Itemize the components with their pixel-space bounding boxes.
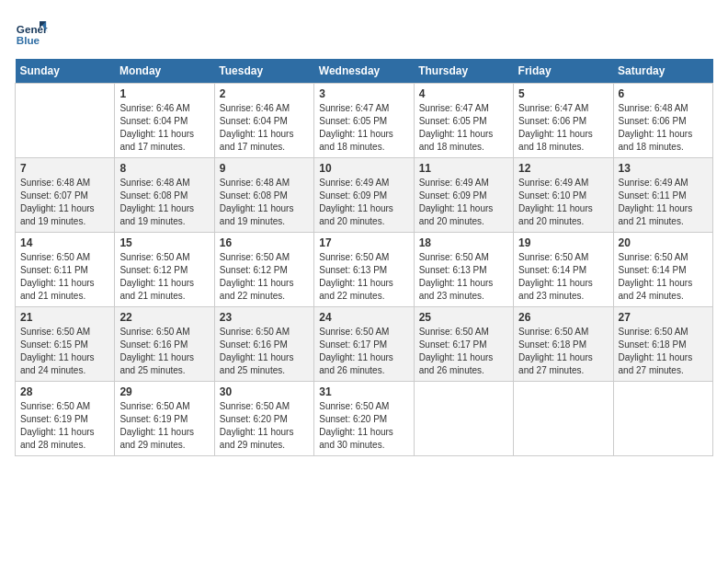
- day-number: 19: [518, 236, 608, 249]
- day-number: 21: [20, 311, 109, 324]
- calendar-cell: 25Sunrise: 6:50 AM Sunset: 6:17 PM Dayli…: [414, 307, 513, 382]
- page-header: General Blue: [15, 15, 713, 48]
- day-number: 25: [419, 311, 508, 324]
- calendar-cell: 2Sunrise: 6:46 AM Sunset: 6:04 PM Daylig…: [214, 84, 313, 158]
- calendar-cell: 18Sunrise: 6:50 AM Sunset: 6:13 PM Dayli…: [414, 233, 513, 307]
- day-number: 1: [119, 87, 209, 100]
- day-number: 17: [319, 236, 408, 249]
- calendar-cell: 8Sunrise: 6:48 AM Sunset: 6:08 PM Daylig…: [115, 158, 214, 233]
- day-info: Sunrise: 6:47 AM Sunset: 6:05 PM Dayligh…: [319, 102, 408, 154]
- calendar-cell: 19Sunrise: 6:50 AM Sunset: 6:14 PM Dayli…: [514, 233, 613, 307]
- calendar-cell: 17Sunrise: 6:50 AM Sunset: 6:13 PM Dayli…: [314, 233, 414, 307]
- calendar-cell: 23Sunrise: 6:50 AM Sunset: 6:16 PM Dayli…: [214, 307, 313, 382]
- day-info: Sunrise: 6:49 AM Sunset: 6:10 PM Dayligh…: [518, 177, 608, 228]
- day-info: Sunrise: 6:49 AM Sunset: 6:09 PM Dayligh…: [419, 177, 508, 228]
- day-number: 18: [419, 236, 508, 249]
- day-info: Sunrise: 6:48 AM Sunset: 6:07 PM Dayligh…: [20, 177, 109, 228]
- calendar-cell: [613, 382, 712, 456]
- day-info: Sunrise: 6:50 AM Sunset: 6:20 PM Dayligh…: [319, 400, 408, 452]
- day-info: Sunrise: 6:50 AM Sunset: 6:16 PM Dayligh…: [220, 326, 309, 377]
- weekday-header-saturday: Saturday: [613, 59, 712, 84]
- day-info: Sunrise: 6:50 AM Sunset: 6:16 PM Dayligh…: [119, 326, 209, 377]
- calendar-cell: 5Sunrise: 6:47 AM Sunset: 6:06 PM Daylig…: [514, 84, 613, 158]
- day-number: 12: [518, 162, 608, 175]
- calendar-cell: 1Sunrise: 6:46 AM Sunset: 6:04 PM Daylig…: [115, 84, 214, 158]
- calendar-cell: [514, 382, 613, 456]
- calendar-cell: 9Sunrise: 6:48 AM Sunset: 6:08 PM Daylig…: [214, 158, 313, 233]
- weekday-header-row: SundayMondayTuesdayWednesdayThursdayFrid…: [16, 59, 713, 84]
- day-number: 22: [119, 311, 209, 324]
- calendar-cell: 10Sunrise: 6:49 AM Sunset: 6:09 PM Dayli…: [314, 158, 414, 233]
- day-info: Sunrise: 6:50 AM Sunset: 6:14 PM Dayligh…: [518, 251, 608, 303]
- calendar-week-row: 1Sunrise: 6:46 AM Sunset: 6:04 PM Daylig…: [16, 84, 713, 158]
- calendar-table: SundayMondayTuesdayWednesdayThursdayFrid…: [15, 59, 713, 456]
- weekday-header-sunday: Sunday: [16, 59, 115, 84]
- calendar-cell: 30Sunrise: 6:50 AM Sunset: 6:20 PM Dayli…: [214, 382, 313, 456]
- calendar-cell: 21Sunrise: 6:50 AM Sunset: 6:15 PM Dayli…: [16, 307, 115, 382]
- day-number: 3: [319, 87, 408, 100]
- day-info: Sunrise: 6:49 AM Sunset: 6:11 PM Dayligh…: [619, 177, 708, 228]
- day-info: Sunrise: 6:47 AM Sunset: 6:05 PM Dayligh…: [419, 102, 508, 154]
- day-info: Sunrise: 6:50 AM Sunset: 6:12 PM Dayligh…: [220, 251, 309, 303]
- calendar-cell: 15Sunrise: 6:50 AM Sunset: 6:12 PM Dayli…: [115, 233, 214, 307]
- calendar-cell: 27Sunrise: 6:50 AM Sunset: 6:18 PM Dayli…: [613, 307, 712, 382]
- calendar-cell: 28Sunrise: 6:50 AM Sunset: 6:19 PM Dayli…: [16, 382, 115, 456]
- day-number: 16: [220, 236, 309, 249]
- calendar-cell: 3Sunrise: 6:47 AM Sunset: 6:05 PM Daylig…: [314, 84, 414, 158]
- day-info: Sunrise: 6:50 AM Sunset: 6:13 PM Dayligh…: [319, 251, 408, 303]
- day-number: 20: [619, 236, 708, 249]
- day-info: Sunrise: 6:50 AM Sunset: 6:15 PM Dayligh…: [20, 326, 109, 377]
- calendar-week-row: 28Sunrise: 6:50 AM Sunset: 6:19 PM Dayli…: [16, 382, 713, 456]
- calendar-week-row: 7Sunrise: 6:48 AM Sunset: 6:07 PM Daylig…: [16, 158, 713, 233]
- calendar-cell: 11Sunrise: 6:49 AM Sunset: 6:09 PM Dayli…: [414, 158, 513, 233]
- day-number: 24: [319, 311, 408, 324]
- day-number: 2: [220, 87, 309, 100]
- calendar-cell: 12Sunrise: 6:49 AM Sunset: 6:10 PM Dayli…: [514, 158, 613, 233]
- day-number: 27: [619, 311, 708, 324]
- calendar-week-row: 14Sunrise: 6:50 AM Sunset: 6:11 PM Dayli…: [16, 233, 713, 307]
- day-number: 8: [119, 162, 209, 175]
- day-number: 29: [119, 385, 209, 398]
- calendar-cell: 22Sunrise: 6:50 AM Sunset: 6:16 PM Dayli…: [115, 307, 214, 382]
- calendar-cell: 14Sunrise: 6:50 AM Sunset: 6:11 PM Dayli…: [16, 233, 115, 307]
- calendar-cell: 31Sunrise: 6:50 AM Sunset: 6:20 PM Dayli…: [314, 382, 414, 456]
- day-number: 26: [518, 311, 608, 324]
- day-info: Sunrise: 6:50 AM Sunset: 6:18 PM Dayligh…: [518, 326, 608, 377]
- day-number: 30: [220, 385, 309, 398]
- day-number: 9: [220, 162, 309, 175]
- day-info: Sunrise: 6:50 AM Sunset: 6:13 PM Dayligh…: [419, 251, 508, 303]
- day-info: Sunrise: 6:50 AM Sunset: 6:17 PM Dayligh…: [319, 326, 408, 377]
- weekday-header-tuesday: Tuesday: [214, 59, 313, 84]
- day-number: 15: [119, 236, 209, 249]
- calendar-cell: 4Sunrise: 6:47 AM Sunset: 6:05 PM Daylig…: [414, 84, 513, 158]
- logo: General Blue: [15, 15, 51, 48]
- weekday-header-friday: Friday: [514, 59, 613, 84]
- day-number: 10: [319, 162, 408, 175]
- calendar-week-row: 21Sunrise: 6:50 AM Sunset: 6:15 PM Dayli…: [16, 307, 713, 382]
- calendar-cell: 29Sunrise: 6:50 AM Sunset: 6:19 PM Dayli…: [115, 382, 214, 456]
- day-number: 4: [419, 87, 508, 100]
- day-info: Sunrise: 6:48 AM Sunset: 6:08 PM Dayligh…: [119, 177, 209, 228]
- day-number: 31: [319, 385, 408, 398]
- day-info: Sunrise: 6:50 AM Sunset: 6:12 PM Dayligh…: [119, 251, 209, 303]
- day-info: Sunrise: 6:50 AM Sunset: 6:20 PM Dayligh…: [220, 400, 309, 452]
- day-number: 11: [419, 162, 508, 175]
- day-info: Sunrise: 6:47 AM Sunset: 6:06 PM Dayligh…: [518, 102, 608, 154]
- day-info: Sunrise: 6:50 AM Sunset: 6:17 PM Dayligh…: [419, 326, 508, 377]
- calendar-cell: 24Sunrise: 6:50 AM Sunset: 6:17 PM Dayli…: [314, 307, 414, 382]
- calendar-cell: 20Sunrise: 6:50 AM Sunset: 6:14 PM Dayli…: [613, 233, 712, 307]
- weekday-header-monday: Monday: [115, 59, 214, 84]
- day-number: 13: [619, 162, 708, 175]
- calendar-cell: 6Sunrise: 6:48 AM Sunset: 6:06 PM Daylig…: [613, 84, 712, 158]
- weekday-header-wednesday: Wednesday: [314, 59, 414, 84]
- day-info: Sunrise: 6:50 AM Sunset: 6:14 PM Dayligh…: [619, 251, 708, 303]
- day-info: Sunrise: 6:46 AM Sunset: 6:04 PM Dayligh…: [220, 102, 309, 154]
- day-info: Sunrise: 6:48 AM Sunset: 6:06 PM Dayligh…: [619, 102, 708, 154]
- day-number: 5: [518, 87, 608, 100]
- calendar-cell: [16, 84, 115, 158]
- day-info: Sunrise: 6:49 AM Sunset: 6:09 PM Dayligh…: [319, 177, 408, 228]
- weekday-header-thursday: Thursday: [414, 59, 513, 84]
- day-number: 14: [20, 236, 109, 249]
- day-number: 28: [20, 385, 109, 398]
- day-info: Sunrise: 6:46 AM Sunset: 6:04 PM Dayligh…: [119, 102, 209, 154]
